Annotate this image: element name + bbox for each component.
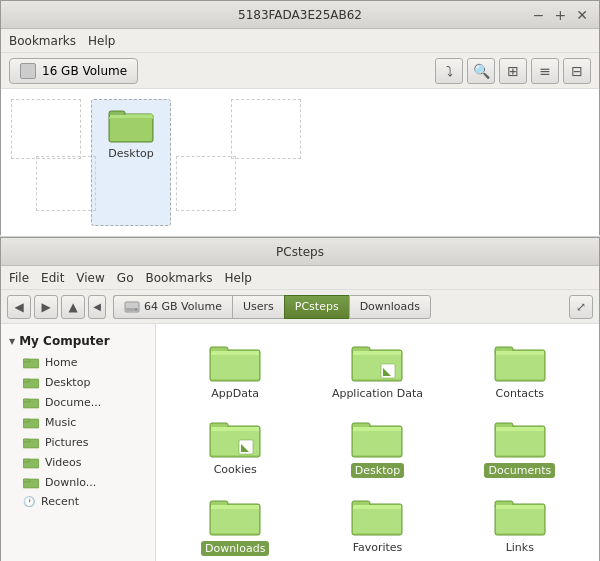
links-file-item[interactable]: Links — [451, 488, 589, 561]
sidebar-item-recent[interactable]: 🕐 Recent — [1, 492, 155, 511]
downloads-sidebar-label: Downlo... — [45, 476, 96, 489]
svg-rect-60 — [496, 505, 544, 533]
main-toolbar: ◀ ▶ ▲ ◀ 64 GB Volume Users PCsteps Downl… — [1, 290, 599, 324]
videos-sidebar-icon — [23, 455, 39, 469]
svg-rect-11 — [23, 379, 30, 382]
close-button[interactable]: ✕ — [573, 7, 591, 23]
breadcrumb-downloads[interactable]: Downloads — [349, 295, 431, 319]
svg-rect-4 — [110, 115, 152, 118]
sidebar-item-home[interactable]: Home — [1, 352, 155, 372]
sidebar: ▼ My Computer Home Desktop Docume... Mus… — [1, 324, 156, 561]
svg-rect-45 — [353, 427, 401, 431]
empty-placeholder-bottom-mid — [176, 156, 236, 211]
help-menu[interactable]: Help — [88, 34, 115, 48]
help-menu-main[interactable]: Help — [225, 271, 252, 285]
recent-icon: 🕐 — [23, 496, 35, 507]
sidebar-item-music[interactable]: Music — [1, 412, 155, 432]
main-menubar: File Edit View Go Bookmarks Help — [1, 266, 599, 290]
svg-rect-17 — [23, 439, 30, 442]
go-menu[interactable]: Go — [117, 271, 134, 285]
home-label: Home — [45, 356, 77, 369]
file-grid: AppData Application Data — [166, 334, 589, 561]
view-menu[interactable]: View — [76, 271, 104, 285]
favorites-file-label: Favorites — [353, 541, 403, 554]
maximize-button[interactable]: + — [552, 7, 570, 23]
contacts-label: Contacts — [496, 387, 545, 400]
favorites-file-item[interactable]: Favorites — [308, 488, 446, 561]
desktop-folder-label: Desktop — [108, 147, 153, 160]
svg-rect-21 — [23, 479, 30, 482]
volume-label: 16 GB Volume — [42, 64, 127, 78]
sidebar-item-desktop[interactable]: Desktop — [1, 372, 155, 392]
svg-rect-25 — [211, 351, 259, 355]
documents-sidebar-icon — [23, 395, 39, 409]
links-file-label: Links — [506, 541, 534, 554]
forward-button[interactable]: ▶ — [34, 295, 58, 319]
breadcrumb-pcsteps[interactable]: PCsteps — [284, 295, 349, 319]
svg-rect-19 — [23, 459, 30, 462]
svg-rect-15 — [23, 419, 30, 422]
volume-icon — [20, 63, 36, 79]
compact-view-button[interactable]: ⊟ — [563, 58, 591, 84]
main-body: ▼ My Computer Home Desktop Docume... Mus… — [1, 324, 599, 561]
volume-button[interactable]: 16 GB Volume — [9, 58, 138, 84]
desktop-folder-item[interactable]: Desktop — [91, 99, 171, 226]
expand-button[interactable]: ⤢ — [569, 295, 593, 319]
recent-sidebar-label: Recent — [41, 495, 79, 508]
contacts-item[interactable]: Contacts — [451, 334, 589, 406]
empty-placeholder-right — [231, 99, 301, 159]
empty-placeholder-bottom-left — [36, 156, 96, 211]
appdata2-item[interactable]: Application Data — [308, 334, 446, 406]
breadcrumb-bar: 64 GB Volume Users PCsteps Downloads — [113, 295, 562, 319]
svg-rect-56 — [353, 505, 401, 533]
triangle-icon: ▼ — [9, 337, 15, 346]
home-icon — [23, 355, 39, 369]
icon-view-button[interactable]: ⊞ — [499, 58, 527, 84]
back-button[interactable]: ◀ — [7, 295, 31, 319]
svg-rect-48 — [496, 427, 544, 455]
svg-rect-49 — [496, 427, 544, 431]
bookmarks-menu[interactable]: Bookmarks — [9, 34, 76, 48]
minimize-button[interactable]: − — [530, 7, 548, 23]
svg-rect-35 — [496, 351, 544, 355]
window-controls: − + ✕ — [530, 7, 591, 23]
sidebar-item-documents[interactable]: Docume... — [1, 392, 155, 412]
downloads-file-item[interactable]: Downloads — [166, 488, 304, 561]
bookmarks-menu-main[interactable]: Bookmarks — [145, 271, 212, 285]
empty-placeholder-left — [11, 99, 81, 159]
my-computer-label: My Computer — [19, 334, 109, 348]
svg-rect-29 — [353, 351, 401, 355]
appdata-item[interactable]: AppData — [166, 334, 304, 406]
svg-rect-57 — [353, 505, 401, 509]
svg-rect-9 — [23, 359, 30, 362]
cookies-item[interactable]: Cookies — [166, 410, 304, 484]
drive-icon — [124, 300, 140, 314]
top-titlebar: 5183FADA3E25AB62 − + ✕ — [1, 1, 599, 29]
breadcrumb-volume[interactable]: 64 GB Volume — [113, 295, 232, 319]
svg-rect-61 — [496, 505, 544, 509]
documents-file-item[interactable]: Documents — [451, 410, 589, 484]
top-window-title: 5183FADA3E25AB62 — [238, 8, 362, 22]
sidebar-item-downloads[interactable]: Downlo... — [1, 472, 155, 492]
jump-button[interactable]: ⤵ — [435, 58, 463, 84]
breadcrumb-toggle[interactable]: ◀ — [88, 295, 106, 319]
desktop-file-item[interactable]: Desktop — [308, 410, 446, 484]
my-computer-section[interactable]: ▼ My Computer — [1, 330, 155, 352]
list-view-button[interactable]: ≡ — [531, 58, 559, 84]
edit-menu[interactable]: Edit — [41, 271, 64, 285]
contacts-icon — [494, 340, 546, 384]
top-toolbar: 16 GB Volume ⤵ 🔍 ⊞ ≡ ⊟ — [1, 53, 599, 89]
svg-rect-24 — [211, 351, 259, 379]
top-content: Desktop — [1, 89, 599, 236]
pictures-sidebar-label: Pictures — [45, 436, 89, 449]
svg-rect-34 — [496, 351, 544, 379]
documents-file-label: Documents — [484, 463, 555, 478]
sidebar-item-videos[interactable]: Videos — [1, 452, 155, 472]
favorites-file-icon — [351, 494, 403, 538]
breadcrumb-users[interactable]: Users — [232, 295, 284, 319]
up-button[interactable]: ▲ — [61, 295, 85, 319]
desktop-folder-icon — [107, 104, 155, 144]
file-menu[interactable]: File — [9, 271, 29, 285]
search-button[interactable]: 🔍 — [467, 58, 495, 84]
sidebar-item-pictures[interactable]: Pictures — [1, 432, 155, 452]
